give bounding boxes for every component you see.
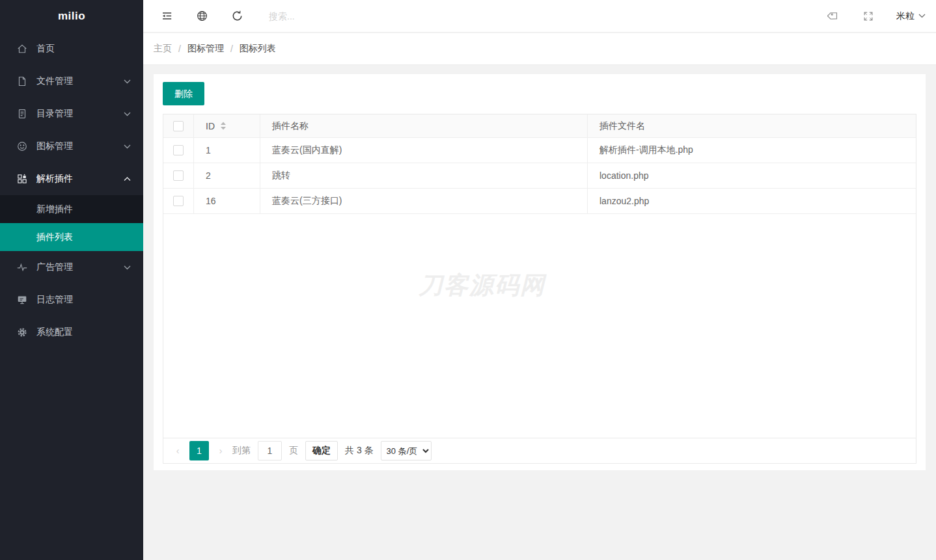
next-page-icon[interactable]: › — [216, 446, 225, 456]
current-page-button[interactable]: 1 — [189, 441, 209, 460]
chevron-down-icon — [124, 112, 131, 116]
sidebar-item-label: 系统配置 — [36, 327, 131, 338]
goto-label: 到第 — [232, 445, 251, 457]
search-input[interactable] — [269, 11, 419, 21]
language-globe-icon[interactable] — [195, 9, 209, 23]
chevron-down-icon — [918, 14, 926, 18]
cell-plugin-name: 蓝奏云(三方接口) — [260, 189, 588, 214]
row-checkbox[interactable] — [173, 196, 184, 206]
gear-icon — [16, 326, 29, 339]
components-icon — [16, 172, 29, 185]
app-logo: milio — [0, 0, 143, 33]
select-all-checkbox[interactable] — [173, 121, 184, 131]
topbar-left — [143, 9, 244, 23]
cell-plugin-file: location.php — [588, 163, 916, 189]
total-count-label: 共 3 条 — [345, 445, 374, 457]
sidebar-subitem-plugin-list[interactable]: 插件列表 — [0, 223, 143, 251]
home-icon — [16, 42, 29, 55]
cell-id: 1 — [194, 138, 260, 163]
topbar: 米粒 — [143, 0, 936, 33]
row-checkbox-cell — [163, 163, 194, 189]
cell-plugin-name: 跳转 — [260, 163, 588, 189]
monitor-icon — [16, 293, 29, 306]
pagination: ‹ 1 › 到第 页 确定 共 3 条 30 条/页 — [163, 438, 916, 463]
sidebar-item-files[interactable]: 文件管理 — [0, 65, 143, 98]
sidebar: milio 首页 文件管理 目录管理 图标管理 — [0, 0, 143, 560]
column-label-id: ID — [206, 121, 215, 131]
breadcrumb-separator: / — [230, 44, 233, 54]
row-checkbox-cell — [163, 138, 194, 163]
confirm-button[interactable]: 确定 — [305, 441, 338, 460]
chevron-down-icon — [124, 265, 131, 270]
document-icon — [16, 107, 29, 120]
tag-icon[interactable] — [826, 9, 840, 23]
sidebar-item-label: 图标管理 — [36, 140, 124, 152]
sidebar-item-label: 目录管理 — [36, 108, 124, 120]
cell-id: 2 — [194, 163, 260, 189]
breadcrumb-separator: / — [178, 44, 181, 54]
page-size-select[interactable]: 30 条/页 — [381, 441, 432, 460]
smiley-icon — [16, 140, 29, 153]
breadcrumb: 主页 / 图标管理 / 图标列表 — [143, 33, 936, 65]
file-icon — [16, 75, 29, 88]
table-header-checkbox-cell — [163, 114, 194, 138]
sidebar-submenu-parse-plugins: 新增插件 插件列表 — [0, 195, 143, 251]
sidebar-item-icons[interactable]: 图标管理 — [0, 130, 143, 163]
table-row: 2 跳转 location.php — [163, 163, 916, 189]
chevron-down-icon — [124, 79, 131, 84]
cell-plugin-name: 蓝奏云(国内直解) — [260, 138, 588, 163]
table-header-id[interactable]: ID — [194, 114, 260, 138]
breadcrumb-home[interactable]: 主页 — [154, 43, 172, 55]
sort-icon[interactable] — [220, 122, 227, 130]
sidebar-item-home[interactable]: 首页 — [0, 33, 143, 65]
refresh-icon[interactable] — [230, 9, 244, 23]
sidebar-item-parse-plugins[interactable]: 解析插件 — [0, 163, 143, 195]
table-row: 1 蓝奏云(国内直解) 解析插件-调用本地.php — [163, 138, 916, 163]
cell-plugin-file: 解析插件-调用本地.php — [588, 138, 916, 163]
content-card: 删除 ID 插件名称 插件文件名 1 蓝奏云(国内直 — [154, 74, 926, 470]
main-content: 删除 ID 插件名称 插件文件名 1 蓝奏云(国内直 — [143, 66, 936, 560]
user-menu[interactable]: 米粒 — [896, 10, 926, 22]
username: 米粒 — [896, 10, 915, 22]
chevron-up-icon — [124, 177, 131, 181]
goto-page-input[interactable] — [258, 441, 282, 460]
plugin-table: ID 插件名称 插件文件名 1 蓝奏云(国内直解) 解析插件-调用本地.php … — [163, 114, 916, 464]
sidebar-subitem-add-plugin[interactable]: 新增插件 — [0, 195, 143, 223]
sidebar-item-label: 首页 — [36, 43, 131, 55]
table-header-file: 插件文件名 — [588, 114, 916, 138]
row-checkbox[interactable] — [173, 145, 184, 155]
sidebar-item-ads[interactable]: 广告管理 — [0, 251, 143, 284]
sidebar-item-label: 文件管理 — [36, 75, 124, 87]
delete-button[interactable]: 删除 — [163, 82, 204, 105]
fullscreen-icon[interactable] — [861, 9, 875, 23]
site-watermark: 刀客源码网 — [419, 269, 545, 302]
row-checkbox-cell — [163, 189, 194, 214]
sidebar-item-settings[interactable]: 系统配置 — [0, 316, 143, 349]
chevron-down-icon — [124, 144, 131, 149]
table-header-row: ID 插件名称 插件文件名 — [163, 114, 916, 138]
sidebar-item-logs[interactable]: 日志管理 — [0, 284, 143, 316]
prev-page-icon[interactable]: ‹ — [173, 446, 182, 456]
cell-plugin-file: lanzou2.php — [588, 189, 916, 214]
page-label: 页 — [289, 445, 298, 457]
table-header-name: 插件名称 — [260, 114, 588, 138]
sidebar-item-directories[interactable]: 目录管理 — [0, 98, 143, 130]
breadcrumb-current: 图标列表 — [240, 43, 276, 55]
sidebar-item-label: 广告管理 — [36, 261, 124, 273]
collapse-menu-icon[interactable] — [159, 9, 174, 23]
breadcrumb-icon-management[interactable]: 图标管理 — [187, 43, 224, 55]
topbar-right: 米粒 — [826, 9, 936, 23]
sidebar-item-label: 解析插件 — [36, 173, 124, 185]
pulse-icon — [16, 261, 29, 274]
row-checkbox[interactable] — [173, 170, 184, 181]
table-row: 16 蓝奏云(三方接口) lanzou2.php — [163, 189, 916, 214]
sidebar-item-label: 日志管理 — [36, 294, 131, 306]
cell-id: 16 — [194, 189, 260, 214]
